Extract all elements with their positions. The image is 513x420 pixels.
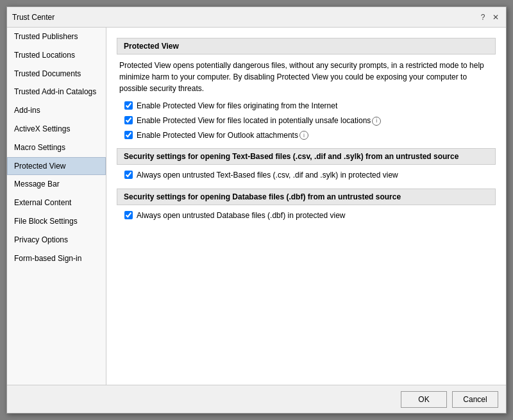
checkbox-input[interactable] xyxy=(124,211,133,219)
title-bar: Trust Center ? ✕ xyxy=(7,7,506,28)
sidebar-item-macro-settings[interactable]: Macro Settings xyxy=(7,139,106,157)
checkbox-row: Always open untrusted Text-Based files (… xyxy=(124,170,493,181)
checkbox-row: Enable Protected View for files located … xyxy=(124,115,493,126)
checkbox-input[interactable] xyxy=(124,116,133,124)
sidebar-item-add-ins[interactable]: Add-ins xyxy=(7,101,106,120)
sidebar: Trusted PublishersTrusted LocationsTrust… xyxy=(7,28,106,385)
checkbox-label: Enable Protected View for files located … xyxy=(137,115,381,126)
main-content: Protected ViewProtected View opens poten… xyxy=(106,28,506,385)
title-controls: ? ✕ xyxy=(478,12,501,22)
checkbox-label: Always open untrusted Text-Based files (… xyxy=(137,170,398,181)
sidebar-item-external-content[interactable]: External Content xyxy=(7,194,106,212)
dialog-title: Trust Center xyxy=(12,13,55,22)
checkbox-input[interactable] xyxy=(124,171,133,179)
help-button[interactable]: ? xyxy=(478,12,488,22)
ok-button[interactable]: OK xyxy=(401,391,447,408)
section-description: Protected View opens potentially dangero… xyxy=(119,60,493,94)
sidebar-item-trusted-documents[interactable]: Trusted Documents xyxy=(7,65,106,83)
sidebar-item-activex-settings[interactable]: ActiveX Settings xyxy=(7,120,106,139)
checkbox-label: Enable Protected View for Outlook attach… xyxy=(137,130,308,141)
sidebar-item-message-bar[interactable]: Message Bar xyxy=(7,175,106,194)
checkbox-label: Enable Protected View for files originat… xyxy=(137,101,337,112)
cancel-button[interactable]: Cancel xyxy=(452,391,498,408)
section-header: Protected View xyxy=(117,38,496,55)
sidebar-item-protected-view[interactable]: Protected View xyxy=(7,157,106,176)
sidebar-item-form-based-sign-in[interactable]: Form-based Sign-in xyxy=(7,249,106,268)
info-icon[interactable]: i xyxy=(299,131,308,140)
checkbox-row: Enable Protected View for files originat… xyxy=(124,101,493,112)
sidebar-item-trusted-publishers[interactable]: Trusted Publishers xyxy=(7,28,106,46)
checkbox-row: Enable Protected View for Outlook attach… xyxy=(124,130,493,141)
dialog-body: Trusted PublishersTrusted LocationsTrust… xyxy=(7,28,506,385)
checkbox-input[interactable] xyxy=(124,131,133,139)
checkbox-input[interactable] xyxy=(124,101,133,110)
sidebar-item-trusted-add-in-catalogs[interactable]: Trusted Add-in Catalogs xyxy=(7,83,106,101)
section-header: Security settings for opening Database f… xyxy=(117,189,496,205)
footer: OK Cancel xyxy=(7,385,506,413)
info-icon[interactable]: i xyxy=(372,117,381,126)
trust-center-dialog: Trust Center ? ✕ Trusted PublishersTrust… xyxy=(6,6,507,414)
checkbox-row: Always open untrusted Database files (.d… xyxy=(124,210,493,221)
sidebar-item-file-block-settings[interactable]: File Block Settings xyxy=(7,212,106,231)
checkbox-label: Always open untrusted Database files (.d… xyxy=(137,210,346,221)
sidebar-item-trusted-locations[interactable]: Trusted Locations xyxy=(7,46,106,65)
sidebar-item-privacy-options[interactable]: Privacy Options xyxy=(7,231,106,249)
close-button[interactable]: ✕ xyxy=(491,12,501,22)
section-header: Security settings for opening Text-Based… xyxy=(117,148,496,165)
